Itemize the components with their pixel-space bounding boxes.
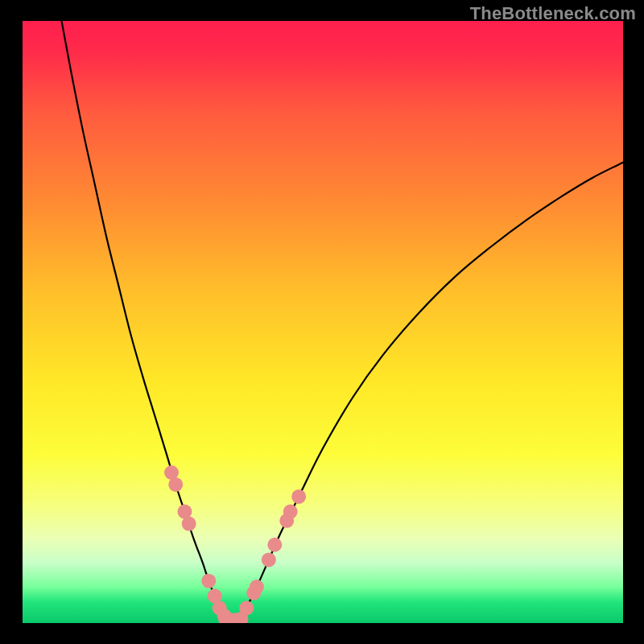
- watermark-text: TheBottleneck.com: [470, 3, 636, 24]
- right-branch-markers-point: [267, 538, 282, 552]
- right-branch-markers-point: [283, 505, 298, 519]
- right-branch-markers-point: [291, 489, 306, 504]
- left-branch-markers-point: [168, 477, 183, 492]
- right-branch-markers-point: [262, 552, 276, 567]
- right-branch-markers-point: [250, 580, 264, 594]
- plot-background: [23, 21, 623, 623]
- right-branch-markers-point: [239, 601, 254, 615]
- left-branch-markers-point: [201, 574, 216, 588]
- chart-stage: TheBottleneck.com: [0, 0, 644, 644]
- left-branch-markers-point: [182, 517, 196, 531]
- bottleneck-curve-plot: [0, 0, 644, 644]
